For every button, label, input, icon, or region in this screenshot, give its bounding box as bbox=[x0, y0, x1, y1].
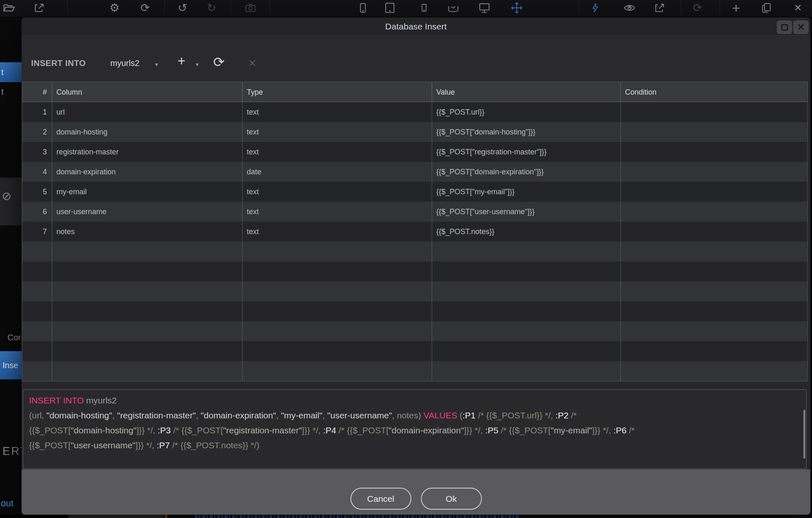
close-button[interactable]: ✕ bbox=[793, 20, 809, 34]
grid-empty-row bbox=[22, 261, 807, 281]
refresh-page-icon[interactable]: ⟳ bbox=[689, 0, 706, 15]
columns-grid: #ColumnTypeValueCondition 1urltext{{$_PO… bbox=[22, 82, 808, 381]
chevron-down-icon[interactable]: ▾ bbox=[155, 61, 158, 68]
type-cell[interactable]: date bbox=[242, 162, 432, 182]
grid-empty-row bbox=[22, 341, 807, 361]
row-number[interactable]: 2 bbox=[22, 122, 52, 142]
row-number[interactable]: 1 bbox=[22, 102, 52, 122]
export-project-icon[interactable] bbox=[31, 0, 47, 15]
grid-empty-row bbox=[22, 281, 807, 301]
row-number bbox=[22, 281, 52, 301]
column-cell[interactable]: notes bbox=[52, 222, 242, 242]
column-cell[interactable]: registration-master bbox=[52, 142, 242, 162]
device-tablet-icon[interactable] bbox=[382, 0, 398, 15]
screenshot-camera-icon[interactable] bbox=[242, 0, 259, 15]
row-number[interactable]: 4 bbox=[22, 162, 52, 182]
sidebar-item-label: t bbox=[1, 87, 4, 97]
sql-scrollbar-thumb[interactable] bbox=[803, 410, 805, 459]
duplicate-icon[interactable] bbox=[758, 0, 775, 15]
row-number[interactable]: 6 bbox=[22, 202, 52, 222]
condition-cell[interactable] bbox=[620, 102, 807, 122]
sidebar-item-selected-top[interactable]: t bbox=[0, 62, 22, 82]
type-cell[interactable]: text bbox=[242, 142, 432, 162]
table-name-dropdown[interactable]: myurls2 bbox=[110, 59, 139, 68]
column-cell[interactable]: url bbox=[52, 102, 242, 122]
dialog-title-bar: Database Insert ✕ bbox=[22, 17, 810, 36]
condition-cell bbox=[620, 242, 807, 261]
settings-gear-icon[interactable]: ⚙ bbox=[106, 0, 123, 15]
grid-row[interactable]: 3registration-mastertext{{$_POST["regist… bbox=[22, 142, 807, 162]
device-laptop-icon[interactable] bbox=[445, 0, 462, 15]
refresh-columns-button[interactable]: ⟳ bbox=[213, 54, 225, 70]
grid-header: #ColumnTypeValueCondition bbox=[22, 82, 807, 102]
value-cell[interactable]: {{$_POST["user-username"]}} bbox=[432, 202, 620, 222]
undo-icon[interactable]: ↺ bbox=[174, 0, 191, 15]
sync-icon[interactable]: ⟳ bbox=[137, 0, 153, 15]
column-cell[interactable]: user-username bbox=[52, 202, 242, 222]
condition-cell[interactable] bbox=[620, 142, 807, 162]
value-cell[interactable]: {{$_POST.notes}} bbox=[432, 222, 620, 242]
grid-row[interactable]: 2domain-hostingtext{{$_POST["domain-host… bbox=[22, 122, 807, 142]
value-cell[interactable]: {{$_POST["registration-master"]}} bbox=[432, 142, 620, 162]
ok-button[interactable]: Ok bbox=[421, 488, 482, 510]
type-cell[interactable]: text bbox=[242, 202, 432, 222]
value-cell bbox=[432, 301, 620, 321]
type-cell[interactable]: text bbox=[242, 102, 432, 122]
close-icon: ✕ bbox=[797, 22, 805, 33]
row-number bbox=[22, 341, 52, 361]
grid-row[interactable]: 6user-usernametext{{$_POST["user-usernam… bbox=[22, 202, 807, 222]
condition-cell[interactable] bbox=[620, 122, 807, 142]
type-cell[interactable]: text bbox=[242, 182, 432, 202]
preview-eye-icon[interactable] bbox=[621, 0, 638, 15]
background-block bbox=[68, 515, 164, 518]
column-cell bbox=[52, 242, 242, 261]
value-cell[interactable]: {{$_POST["domain-hosting"]}} bbox=[432, 122, 620, 142]
condition-cell[interactable] bbox=[620, 162, 807, 182]
row-number[interactable]: 3 bbox=[22, 142, 52, 162]
close-tab-icon[interactable]: ✕ bbox=[790, 0, 806, 15]
row-number[interactable]: 7 bbox=[22, 222, 52, 242]
chevron-down-icon[interactable]: ▾ bbox=[196, 61, 199, 68]
open-folder-icon[interactable] bbox=[1, 0, 17, 15]
type-cell[interactable]: text bbox=[242, 222, 432, 242]
grid-empty-row bbox=[22, 361, 807, 381]
type-cell bbox=[242, 281, 432, 301]
action-step-insert-selected[interactable]: Inse bbox=[0, 351, 22, 379]
type-cell bbox=[242, 321, 432, 341]
row-number bbox=[22, 321, 52, 341]
condition-cell[interactable] bbox=[620, 182, 807, 202]
grid-row[interactable]: 4domain-expirationdate{{$_POST["domain-e… bbox=[22, 162, 807, 182]
column-cell[interactable]: domain-expiration bbox=[52, 162, 242, 182]
condition-cell[interactable] bbox=[620, 202, 807, 222]
column-cell[interactable]: domain-hosting bbox=[52, 122, 242, 142]
value-cell[interactable]: {{$_POST["my-email"]}} bbox=[432, 182, 620, 202]
column-cell bbox=[52, 281, 242, 301]
background-link-fragment[interactable]: out bbox=[1, 498, 14, 509]
device-phone-icon[interactable] bbox=[355, 0, 371, 15]
grid-header-cell: Type bbox=[242, 82, 432, 102]
column-cell bbox=[52, 361, 242, 381]
add-new-icon[interactable]: + bbox=[728, 0, 744, 15]
grid-row[interactable]: 7notestext{{$_POST.notes}} bbox=[22, 222, 807, 242]
type-cell[interactable]: text bbox=[242, 122, 432, 142]
responsive-resize-icon[interactable] bbox=[508, 0, 525, 15]
row-number[interactable]: 5 bbox=[22, 182, 52, 202]
value-cell[interactable]: {{$_POST.url}} bbox=[432, 102, 620, 122]
grid-body: 1urltext{{$_POST.url}}2domain-hostingtex… bbox=[22, 102, 807, 381]
grid-row[interactable]: 5my-emailtext{{$_POST["my-email"]}} bbox=[22, 182, 807, 202]
add-column-button[interactable]: + bbox=[177, 53, 185, 69]
open-in-browser-icon[interactable] bbox=[651, 0, 668, 15]
column-cell bbox=[52, 261, 242, 281]
preview-lightning-icon[interactable] bbox=[587, 0, 603, 15]
column-cell[interactable]: my-email bbox=[52, 182, 242, 202]
grid-row[interactable]: 1urltext{{$_POST.url}} bbox=[22, 102, 807, 122]
device-desktop-icon[interactable] bbox=[476, 0, 493, 15]
sql-preview-panel: INSERT INTO myurls2(url, "domain-hosting… bbox=[23, 389, 807, 469]
value-cell bbox=[432, 261, 620, 281]
maximize-button[interactable] bbox=[777, 20, 792, 34]
cancel-button[interactable]: Cancel bbox=[350, 488, 411, 510]
redo-icon[interactable]: ↻ bbox=[203, 0, 220, 15]
device-mobile-icon[interactable] bbox=[416, 0, 432, 15]
condition-cell[interactable] bbox=[620, 222, 807, 242]
value-cell[interactable]: {{$_POST["domain-expiration"]}} bbox=[432, 162, 620, 182]
